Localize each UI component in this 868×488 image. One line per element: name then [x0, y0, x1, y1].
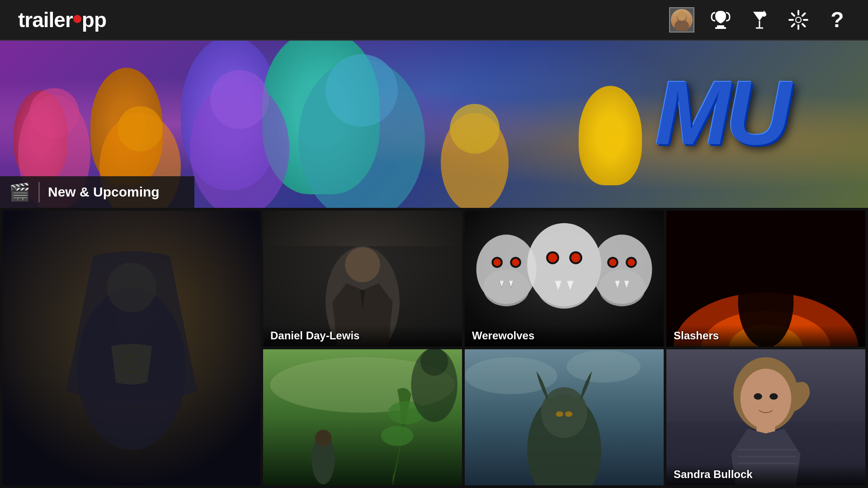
logo-text: trailer — [18, 8, 73, 32]
svg-point-10 — [796, 18, 801, 22]
slashers-label: Slashers — [666, 325, 865, 347]
svg-point-2 — [677, 11, 686, 21]
cocktail-filter-button[interactable] — [747, 7, 772, 33]
header: trailer p p — [0, 0, 868, 41]
help-button[interactable]: ? — [825, 7, 850, 33]
grid-card-sandra-bullock[interactable]: Sandra Bullock — [666, 349, 865, 485]
svg-point-29 — [450, 104, 500, 154]
svg-line-18 — [792, 24, 795, 27]
grid-card-slashers[interactable]: Slashers — [666, 211, 865, 347]
svg-point-76 — [541, 387, 587, 438]
svg-point-50 — [571, 253, 580, 262]
svg-point-69 — [381, 426, 414, 446]
svg-point-27 — [326, 54, 398, 127]
logo[interactable]: trailer p p — [18, 8, 106, 32]
trophy-button[interactable] — [708, 7, 733, 33]
hero-banner[interactable]: MU 🎬 New & Upcoming — [0, 41, 868, 208]
svg-point-55 — [609, 259, 616, 266]
daniel-day-lewis-label: Daniel Day-Lewis — [263, 325, 462, 347]
svg-line-16 — [802, 24, 805, 27]
mu-logo: MU — [655, 68, 787, 158]
logo-text-2: p — [82, 8, 94, 32]
svg-rect-3 — [717, 25, 724, 27]
svg-point-85 — [769, 393, 778, 399]
svg-point-32 — [107, 263, 156, 312]
svg-point-78 — [565, 411, 572, 417]
svg-text:S: S — [123, 349, 141, 379]
grid-card-werewolves[interactable]: Werewolves — [465, 211, 664, 347]
header-icons: ? — [669, 7, 850, 33]
svg-point-40 — [483, 269, 529, 306]
svg-point-43 — [493, 259, 500, 266]
svg-point-44 — [512, 259, 519, 266]
logo-dot — [73, 15, 81, 23]
avatar — [671, 9, 693, 31]
grid-card-daniel-day-lewis[interactable]: Daniel Day-Lewis — [263, 211, 462, 347]
hero-label: 🎬 New & Upcoming — [0, 176, 194, 208]
svg-point-82 — [741, 369, 792, 429]
hero-divider — [38, 182, 40, 202]
settings-button[interactable] — [786, 7, 811, 33]
svg-point-62 — [750, 249, 782, 281]
grid-card-warrior[interactable]: Warrior — [465, 349, 664, 485]
svg-rect-4 — [715, 27, 726, 29]
svg-point-49 — [548, 253, 557, 262]
svg-text:?: ? — [830, 8, 844, 32]
svg-point-23 — [118, 106, 163, 151]
svg-point-67 — [315, 430, 332, 446]
svg-point-84 — [754, 393, 762, 399]
man-of-steel-bg: S — [3, 211, 260, 485]
svg-point-52 — [599, 269, 645, 306]
svg-point-74 — [566, 350, 641, 383]
user-avatar-button[interactable] — [669, 7, 694, 33]
logo-text-3: p — [94, 8, 106, 32]
svg-point-37 — [345, 247, 380, 282]
grid-card-jack-giant-slayer[interactable]: Jack the Giant Slayer — [263, 349, 462, 485]
svg-point-56 — [627, 259, 635, 266]
content-grid: S — [0, 208, 868, 488]
svg-line-15 — [792, 14, 795, 16]
svg-point-77 — [556, 411, 563, 417]
svg-point-25 — [210, 70, 269, 129]
hero-label-text: New & Upcoming — [48, 184, 160, 200]
svg-line-17 — [802, 14, 805, 16]
big-card-man-of-steel[interactable]: S — [3, 211, 260, 485]
svg-point-1 — [675, 20, 689, 31]
right-grid: Daniel Day-Lewis — [263, 211, 865, 485]
svg-point-46 — [537, 263, 592, 309]
sandra-bullock-label: Sandra Bullock — [666, 464, 865, 485]
svg-point-21 — [29, 88, 79, 138]
werewolves-label: Werewolves — [465, 325, 664, 347]
clapboard-icon: 🎬 — [9, 182, 30, 202]
